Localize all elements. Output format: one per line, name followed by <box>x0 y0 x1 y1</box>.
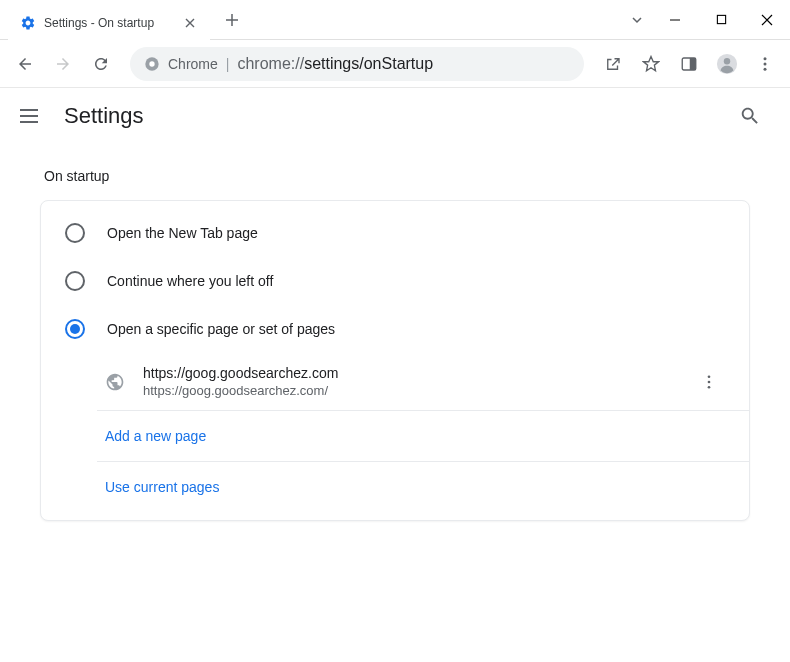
radio-icon <box>65 271 85 291</box>
radio-icon <box>65 319 85 339</box>
add-page-row[interactable]: Add a new page <box>97 411 749 462</box>
svg-point-10 <box>708 375 711 378</box>
use-current-row[interactable]: Use current pages <box>97 462 749 512</box>
section-title: On startup <box>44 168 750 184</box>
minimize-button[interactable] <box>652 0 698 40</box>
radio-specific-pages[interactable]: Open a specific page or set of pages <box>41 305 749 353</box>
svg-point-12 <box>708 385 711 388</box>
new-tab-button[interactable] <box>218 6 246 34</box>
settings-gear-icon <box>20 15 36 31</box>
side-panel-button[interactable] <box>672 47 706 81</box>
search-settings-button[interactable] <box>730 96 770 136</box>
forward-button[interactable] <box>46 47 80 81</box>
radio-continue[interactable]: Continue where you left off <box>41 257 749 305</box>
startup-page-row: https://goog.goodsearchez.com https://go… <box>97 353 749 411</box>
radio-label: Open the New Tab page <box>107 225 258 241</box>
tab-dropdown-icon[interactable] <box>622 14 652 26</box>
maximize-button[interactable] <box>698 0 744 40</box>
page-more-button[interactable] <box>693 366 725 398</box>
use-current-link[interactable]: Use current pages <box>105 479 219 495</box>
omnibox-divider: | <box>226 56 230 72</box>
svg-rect-4 <box>690 58 696 70</box>
tab-title: Settings - On startup <box>44 16 154 30</box>
svg-point-9 <box>764 67 767 70</box>
share-button[interactable] <box>596 47 630 81</box>
back-button[interactable] <box>8 47 42 81</box>
hamburger-menu-icon[interactable] <box>20 104 44 128</box>
settings-content: On startup Open the New Tab page Continu… <box>0 168 790 521</box>
page-entry-url: https://goog.goodsearchez.com/ <box>143 383 675 398</box>
menu-button[interactable] <box>748 47 782 81</box>
globe-icon <box>105 372 125 392</box>
radio-icon <box>65 223 85 243</box>
browser-toolbar: Chrome | chrome://settings/onStartup <box>0 40 790 88</box>
svg-point-8 <box>764 62 767 65</box>
omnibox-url: chrome://settings/onStartup <box>237 55 433 73</box>
page-title: Settings <box>64 103 144 129</box>
close-window-button[interactable] <box>744 0 790 40</box>
chrome-icon <box>144 56 160 72</box>
add-page-link[interactable]: Add a new page <box>105 428 206 444</box>
startup-card: Open the New Tab page Continue where you… <box>40 200 750 521</box>
browser-tab[interactable]: Settings - On startup <box>8 6 210 40</box>
reload-button[interactable] <box>84 47 118 81</box>
svg-point-6 <box>724 58 730 64</box>
address-bar[interactable]: Chrome | chrome://settings/onStartup <box>130 47 584 81</box>
svg-point-2 <box>149 61 154 66</box>
startup-pages-list: https://goog.goodsearchez.com https://go… <box>97 353 749 512</box>
window-titlebar: Settings - On startup <box>0 0 790 40</box>
page-entry-title: https://goog.goodsearchez.com <box>143 365 675 381</box>
radio-new-tab[interactable]: Open the New Tab page <box>41 209 749 257</box>
bookmark-button[interactable] <box>634 47 668 81</box>
settings-header: Settings <box>0 88 790 144</box>
omnibox-prefix: Chrome <box>168 56 218 72</box>
radio-label: Continue where you left off <box>107 273 273 289</box>
svg-rect-0 <box>717 15 725 23</box>
svg-point-7 <box>764 57 767 60</box>
svg-point-11 <box>708 380 711 383</box>
close-tab-icon[interactable] <box>182 15 198 31</box>
profile-button[interactable] <box>710 47 744 81</box>
radio-label: Open a specific page or set of pages <box>107 321 335 337</box>
